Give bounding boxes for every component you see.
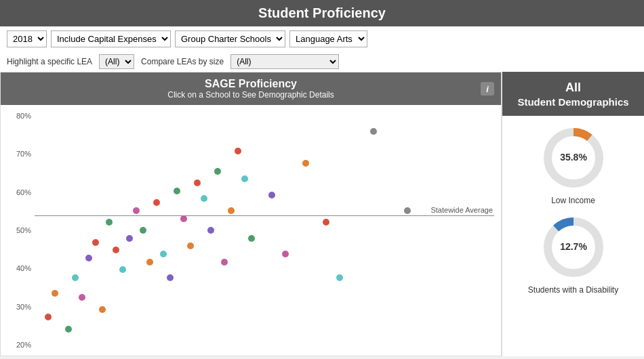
scatter-dot[interactable] xyxy=(133,207,140,214)
scatter-dot[interactable] xyxy=(235,148,241,154)
disability-value: 12.7% xyxy=(560,241,587,252)
demo-header: All Student Demographics xyxy=(502,72,644,116)
scatter-dot[interactable] xyxy=(201,195,207,202)
scatter-dot[interactable] xyxy=(207,227,214,234)
subject-select[interactable]: Language Arts xyxy=(289,30,367,47)
y-axis-label: 60% xyxy=(7,188,31,196)
scatter-dot[interactable] xyxy=(241,175,248,182)
statewide-label: Statewide Average xyxy=(430,206,493,214)
scatter-dot[interactable] xyxy=(92,239,99,246)
y-axis-label: 30% xyxy=(7,303,31,311)
year-select[interactable]: 2018 xyxy=(7,30,47,47)
compare-select[interactable]: (All) xyxy=(230,54,339,69)
scatter-dot[interactable] xyxy=(214,168,221,175)
statewide-line xyxy=(35,215,494,216)
y-axis-label: 20% xyxy=(7,341,31,349)
highlight-row: Highlight a specific LEA (All) Compare L… xyxy=(0,51,644,72)
scatter-dot[interactable] xyxy=(99,306,106,313)
scatter-dot[interactable] xyxy=(248,235,255,242)
scatter-dot[interactable] xyxy=(194,180,201,186)
controls-row: 2018 Include Capital Expenses Group Char… xyxy=(0,26,644,51)
y-axis-label: 50% xyxy=(7,226,31,234)
low-income-value: 35.8% xyxy=(560,152,587,163)
scatter-dot[interactable] xyxy=(146,259,153,266)
scatter-dot[interactable] xyxy=(268,192,275,198)
low-income-donut: 35.8% xyxy=(540,124,607,192)
main-content: SAGE Proficiency Click on a School to Se… xyxy=(0,72,644,356)
scatter-dot[interactable] xyxy=(72,274,79,281)
scatter-dot[interactable] xyxy=(160,251,167,257)
scatter-dot[interactable] xyxy=(302,160,309,167)
scatter-dot[interactable] xyxy=(174,188,180,194)
highlight-select[interactable]: (All) xyxy=(99,54,134,69)
scatter-dot[interactable] xyxy=(119,266,126,273)
low-income-container: 35.8% Low Income xyxy=(540,124,607,205)
scatter-dot[interactable] xyxy=(126,235,133,242)
scatter-dot[interactable] xyxy=(79,294,85,301)
y-axis-label: 40% xyxy=(7,264,31,272)
scatter-dot[interactable] xyxy=(180,215,187,222)
highlight-label: Highlight a specific LEA xyxy=(7,57,92,66)
scatter-dot[interactable] xyxy=(323,219,329,226)
scatter-dot[interactable] xyxy=(45,314,52,320)
scatter-dot[interactable] xyxy=(336,274,343,281)
scatter-dot[interactable] xyxy=(85,255,92,261)
demo-header-top: All xyxy=(502,80,644,96)
scatter-dot[interactable] xyxy=(167,274,174,281)
demographics-panel: All Student Demographics 35.8% Low Incom… xyxy=(502,72,644,356)
chart-title: SAGE Proficiency xyxy=(6,78,496,90)
scatter-dot[interactable] xyxy=(140,227,146,234)
scatter-dot[interactable] xyxy=(106,219,113,226)
scatter-dot[interactable] xyxy=(282,251,289,257)
y-axis-label: 80% xyxy=(7,112,31,120)
scatter-area: 80%70%60%50%40%30%20% Statewide Average xyxy=(1,105,501,356)
compare-label: Compare LEAs by size xyxy=(141,57,224,66)
info-icon[interactable]: i xyxy=(481,82,494,96)
low-income-label: Low Income xyxy=(551,196,595,205)
school-select[interactable]: Group Charter Schools xyxy=(175,30,285,47)
demo-header-bottom: Student Demographics xyxy=(502,96,644,109)
y-axis: 80%70%60%50%40%30%20% xyxy=(7,105,31,356)
scatter-dot[interactable] xyxy=(228,207,235,214)
scatter-dot[interactable] xyxy=(221,259,228,266)
scatter-dot[interactable] xyxy=(113,247,119,253)
chart-header: SAGE Proficiency Click on a School to Se… xyxy=(1,72,501,105)
y-axis-label: 70% xyxy=(7,150,31,158)
page-title: Student Proficiency xyxy=(0,0,644,26)
scatter-dot[interactable] xyxy=(370,128,377,135)
scatter-dot[interactable] xyxy=(404,207,411,214)
scatter-dot[interactable] xyxy=(187,242,194,249)
disability-donut: 12.7% xyxy=(540,213,607,281)
scatter-dot[interactable] xyxy=(52,290,58,297)
scatter-dot[interactable] xyxy=(65,326,72,333)
chart-panel: SAGE Proficiency Click on a School to Se… xyxy=(0,72,502,356)
disability-container: 12.7% Students with a Disability xyxy=(528,213,618,295)
chart-subtitle: Click on a School to See Demographic Det… xyxy=(6,90,496,100)
scatter-dot[interactable] xyxy=(153,199,160,206)
expense-select[interactable]: Include Capital Expenses xyxy=(51,30,171,47)
disability-label: Students with a Disability xyxy=(528,285,618,295)
